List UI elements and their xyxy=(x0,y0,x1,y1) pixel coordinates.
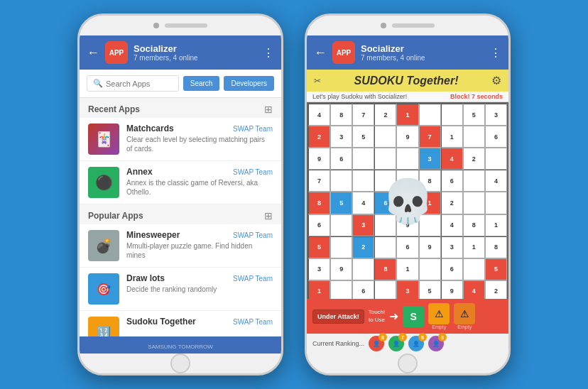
sudoku-cell[interactable] xyxy=(485,148,507,170)
sudoku-cell[interactable]: 6 xyxy=(330,148,352,170)
sudoku-cell[interactable]: 1 xyxy=(441,126,463,148)
header-menu-right[interactable]: ⋮ xyxy=(490,46,501,60)
sudoku-cell[interactable]: 8 xyxy=(308,192,330,214)
sudoku-cell[interactable]: 6 xyxy=(485,126,507,148)
sudoku-cell[interactable] xyxy=(352,258,374,280)
sudoku-cell[interactable] xyxy=(463,258,485,280)
sudoku-cell[interactable]: 3 xyxy=(308,258,330,280)
sudoku-cell[interactable]: 2 xyxy=(441,192,463,214)
sudoku-cell[interactable] xyxy=(352,148,374,170)
sudoku-swap[interactable]: SWAP Team xyxy=(233,318,273,326)
warning-slot-1[interactable]: ⚠ xyxy=(428,303,450,324)
search-input[interactable] xyxy=(106,80,173,88)
sudoku-cell[interactable]: 6 xyxy=(308,214,330,236)
sudoku-cell[interactable]: 3 xyxy=(419,148,441,170)
grid-icon-popular[interactable]: ⊞ xyxy=(264,210,273,221)
list-item[interactable]: Annex SWAP Team Annex is the classic gam… xyxy=(80,161,281,204)
home-button-left[interactable] xyxy=(170,354,190,373)
sudoku-cell[interactable]: 3 xyxy=(441,236,463,258)
sudoku-cell[interactable]: 8 xyxy=(463,214,485,236)
sudoku-cell[interactable]: 5 xyxy=(485,258,507,280)
sudoku-cell[interactable] xyxy=(374,236,396,258)
sudoku-cell[interactable] xyxy=(374,148,396,170)
developers-button[interactable]: Developers xyxy=(224,76,274,91)
gear-icon[interactable]: ⚙ xyxy=(491,74,501,87)
sudoku-cell[interactable] xyxy=(374,170,396,192)
sudoku-cell[interactable] xyxy=(463,170,485,192)
sudoku-cell[interactable] xyxy=(463,192,485,214)
sudoku-cell[interactable] xyxy=(419,214,441,236)
sudoku-cell[interactable]: 1 xyxy=(419,192,441,214)
under-attack-button[interactable]: Under Attack! xyxy=(312,309,364,324)
sudoku-cell[interactable] xyxy=(485,192,507,214)
sudoku-cell[interactable]: 2 xyxy=(396,170,418,192)
sudoku-cell[interactable]: 3 xyxy=(352,214,374,236)
list-item[interactable]: Minesweeper SWAP Team Mmulti-player puzz… xyxy=(80,224,281,268)
sudoku-cell[interactable] xyxy=(330,214,352,236)
sudoku-cell[interactable]: 7 xyxy=(352,104,374,126)
back-button-right[interactable]: ← xyxy=(314,45,327,60)
sudoku-cell[interactable]: 1 xyxy=(396,104,418,126)
sudoku-cell[interactable]: 6 xyxy=(396,236,418,258)
sudoku-cell[interactable]: 9 xyxy=(330,258,352,280)
sudoku-cell[interactable]: 5 xyxy=(463,104,485,126)
list-item[interactable]: Draw lots SWAP Team Decide the ranking r… xyxy=(80,268,281,311)
sudoku-cell[interactable] xyxy=(396,148,418,170)
sudoku-cell[interactable] xyxy=(352,170,374,192)
sudoku-cell[interactable]: 2 xyxy=(352,236,374,258)
search-input-wrap[interactable]: 🔍 xyxy=(87,75,179,92)
sudoku-cell[interactable] xyxy=(374,126,396,148)
sudoku-cell[interactable]: 7 xyxy=(419,126,441,148)
sudoku-cell[interactable] xyxy=(419,104,441,126)
sudoku-cell[interactable]: 3 xyxy=(485,104,507,126)
sudoku-cell[interactable]: 3 xyxy=(330,126,352,148)
sudoku-cell[interactable] xyxy=(396,192,418,214)
sudoku-cell[interactable]: 8 xyxy=(330,104,352,126)
sudoku-cell[interactable]: 9 xyxy=(396,214,418,236)
sudoku-cell[interactable]: 9 xyxy=(441,280,463,299)
sudoku-cell[interactable]: 1 xyxy=(396,258,418,280)
sudoku-cell[interactable]: 4 xyxy=(463,280,485,299)
sudoku-cell[interactable]: 2 xyxy=(374,104,396,126)
search-button[interactable]: Search xyxy=(183,76,220,91)
sudoku-cell[interactable]: 4 xyxy=(441,214,463,236)
sudoku-cell[interactable]: 4 xyxy=(308,104,330,126)
sudoku-cell[interactable]: 5 xyxy=(330,192,352,214)
sudoku-cell[interactable]: 4 xyxy=(485,170,507,192)
sudoku-cell[interactable]: 2 xyxy=(485,280,507,299)
sudoku-cell[interactable]: 1 xyxy=(485,214,507,236)
sudoku-cell[interactable]: 8 xyxy=(419,170,441,192)
sudoku-cell[interactable]: 9 xyxy=(419,236,441,258)
sudoku-cell[interactable]: 2 xyxy=(463,148,485,170)
minesweeper-swap[interactable]: SWAP Team xyxy=(233,231,273,239)
sudoku-cell[interactable] xyxy=(419,258,441,280)
list-item[interactable]: Matchcards SWAP Team Clear each level by… xyxy=(80,118,281,161)
sudoku-cell[interactable] xyxy=(374,214,396,236)
power-up-slot-s[interactable]: S xyxy=(403,306,424,327)
sudoku-cell[interactable]: 6 xyxy=(374,192,396,214)
annex-swap[interactable]: SWAP Team xyxy=(233,168,273,176)
sudoku-cell[interactable]: 6 xyxy=(441,258,463,280)
sudoku-cell[interactable]: 4 xyxy=(441,148,463,170)
sudoku-cell[interactable]: 5 xyxy=(419,280,441,299)
sudoku-cell[interactable]: 2 xyxy=(308,126,330,148)
back-button-left[interactable]: ← xyxy=(87,45,99,60)
sudoku-cell[interactable] xyxy=(441,104,463,126)
sudoku-cell[interactable]: 9 xyxy=(308,148,330,170)
header-menu-left[interactable]: ⋮ xyxy=(263,46,274,60)
warning-slot-2[interactable]: ⚠ xyxy=(454,303,475,324)
sudoku-cell[interactable] xyxy=(330,170,352,192)
sudoku-cell[interactable]: 1 xyxy=(308,280,330,299)
list-item[interactable]: Sudoku Together SWAP Team xyxy=(80,311,281,336)
sudoku-cell[interactable] xyxy=(330,236,352,258)
sudoku-cell[interactable]: 1 xyxy=(463,236,485,258)
matchcards-swap[interactable]: SWAP Team xyxy=(233,125,273,133)
sudoku-cell[interactable]: 8 xyxy=(374,258,396,280)
sudoku-cell[interactable]: 9 xyxy=(396,126,418,148)
sudoku-cell[interactable] xyxy=(374,280,396,299)
sudoku-cell[interactable]: 7 xyxy=(308,170,330,192)
drawlots-swap[interactable]: SWAP Team xyxy=(233,275,273,283)
sudoku-cell[interactable] xyxy=(330,280,352,299)
grid-icon-recent[interactable]: ⊞ xyxy=(264,104,273,115)
sudoku-cell[interactable]: 8 xyxy=(485,236,507,258)
